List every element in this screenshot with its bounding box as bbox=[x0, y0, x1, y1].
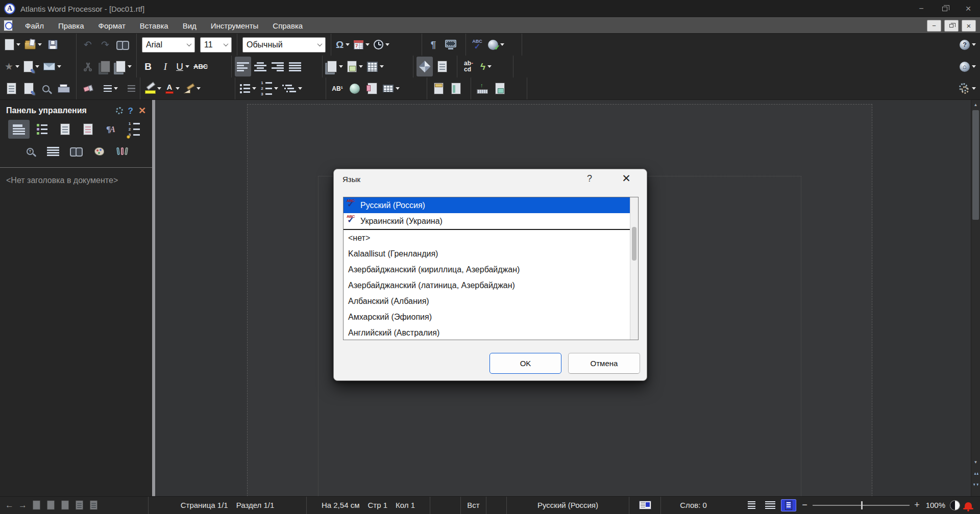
dropdown-arrow-icon[interactable] bbox=[157, 87, 161, 90]
zoom-thumb[interactable] bbox=[861, 501, 863, 509]
insert-time-button[interactable] bbox=[372, 35, 391, 55]
send-mail-button[interactable] bbox=[42, 57, 63, 76]
browse-next-icon[interactable] bbox=[971, 480, 980, 489]
spellcheck-button[interactable]: ABC✓ bbox=[469, 35, 485, 55]
restore-button[interactable] bbox=[933, 0, 957, 17]
copy-button[interactable] bbox=[97, 57, 113, 76]
zoom-in-icon[interactable] bbox=[914, 500, 921, 510]
doc-minimize-button[interactable] bbox=[927, 20, 941, 32]
structure-view-button[interactable]: 123 bbox=[123, 120, 144, 139]
paragraph-style-combo[interactable]: Обычный bbox=[242, 37, 326, 53]
list-scrollbar[interactable] bbox=[630, 197, 638, 340]
undo-button[interactable]: ↶ bbox=[80, 35, 96, 55]
paste-button[interactable] bbox=[114, 57, 133, 76]
chevron-down-icon[interactable] bbox=[224, 41, 229, 46]
sections-view-button[interactable] bbox=[77, 120, 99, 139]
nav-previous-heading-button[interactable] bbox=[46, 499, 56, 511]
underline-button[interactable]: U bbox=[175, 57, 191, 76]
language-list-item[interactable]: ABC✓Русский (Россия) bbox=[344, 197, 638, 213]
document-icon[interactable] bbox=[4, 20, 13, 31]
chevron-down-icon[interactable] bbox=[317, 41, 323, 46]
justify-button[interactable] bbox=[287, 57, 303, 76]
dropdown-arrow-icon[interactable] bbox=[57, 65, 61, 68]
dialog-close-button[interactable]: ✕ bbox=[619, 172, 633, 185]
language-cell[interactable]: Русский (Россия) bbox=[506, 497, 629, 514]
align-center-button[interactable] bbox=[252, 57, 268, 76]
minimize-button[interactable] bbox=[910, 0, 933, 17]
fonts-view-button[interactable]: ¶A bbox=[100, 120, 121, 139]
dropdown-arrow-icon[interactable] bbox=[396, 87, 400, 90]
page-numbering-button[interactable] bbox=[448, 79, 464, 98]
numbered-list-button[interactable]: 123 bbox=[259, 79, 280, 98]
bullet-list-button[interactable] bbox=[238, 79, 258, 98]
panel-settings-gear-icon[interactable] bbox=[116, 107, 123, 114]
font-color-button[interactable]: A bbox=[164, 79, 181, 98]
dropdown-arrow-icon[interactable] bbox=[339, 65, 343, 68]
dropdown-arrow-icon[interactable] bbox=[252, 87, 256, 90]
attachments-view-button[interactable] bbox=[111, 142, 133, 161]
insert-autotext-button[interactable] bbox=[365, 57, 385, 76]
dropdown-arrow-icon[interactable] bbox=[114, 87, 118, 90]
dropdown-arrow-icon[interactable] bbox=[359, 65, 363, 68]
italic-button[interactable]: I bbox=[157, 57, 174, 76]
search-view-button[interactable] bbox=[65, 142, 87, 161]
dropdown-arrow-icon[interactable] bbox=[365, 43, 370, 46]
document-map-button[interactable] bbox=[434, 57, 450, 76]
dialog-help-button[interactable]: ? bbox=[583, 173, 596, 184]
zoom-preview-button[interactable]: T bbox=[19, 142, 41, 161]
dropdown-arrow-icon[interactable] bbox=[380, 65, 384, 68]
open-document-button[interactable] bbox=[23, 35, 43, 55]
insert-mode-cell[interactable]: Вст bbox=[460, 497, 486, 514]
menu-tools[interactable]: Инструменты bbox=[204, 18, 266, 34]
menu-file[interactable]: Файл bbox=[18, 18, 51, 34]
options-gears-button[interactable] bbox=[957, 79, 977, 98]
close-button[interactable] bbox=[957, 0, 980, 17]
dropdown-arrow-icon[interactable] bbox=[197, 87, 201, 90]
paragraph-blocks-view-button[interactable] bbox=[42, 142, 64, 161]
panel-close-icon[interactable] bbox=[138, 106, 146, 115]
dark-mode-contrast-icon[interactable] bbox=[950, 501, 960, 510]
dropdown-arrow-icon[interactable] bbox=[972, 43, 976, 46]
nav-first-heading-button[interactable] bbox=[32, 499, 41, 511]
list-scrollbar-thumb[interactable] bbox=[632, 227, 636, 261]
menu-help[interactable]: Справка bbox=[265, 18, 310, 34]
menu-format[interactable]: Формат bbox=[91, 18, 133, 34]
dropdown-arrow-icon[interactable] bbox=[298, 87, 302, 90]
align-left-button[interactable] bbox=[235, 57, 251, 76]
thesaurus-button[interactable] bbox=[347, 79, 363, 98]
align-right-button[interactable] bbox=[270, 57, 286, 76]
highlight-button[interactable] bbox=[143, 79, 163, 98]
dropdown-arrow-icon[interactable] bbox=[128, 65, 132, 68]
browse-previous-icon[interactable] bbox=[971, 469, 980, 478]
view-draft-button[interactable] bbox=[744, 499, 760, 511]
strikethrough-button[interactable]: ABC bbox=[192, 57, 209, 76]
save-button[interactable] bbox=[44, 35, 61, 55]
bookmarks-button[interactable] bbox=[364, 79, 380, 98]
language-autodetect-button[interactable]: ✓ bbox=[486, 35, 506, 55]
scroll-up-icon[interactable] bbox=[971, 100, 980, 109]
colors-view-button[interactable] bbox=[88, 142, 110, 161]
dropdown-arrow-icon[interactable] bbox=[38, 43, 42, 46]
dropdown-arrow-icon[interactable] bbox=[972, 65, 976, 68]
cut-button[interactable] bbox=[80, 57, 96, 76]
nav-previous-button[interactable]: ← bbox=[5, 501, 14, 509]
formatting-marks-button[interactable]: ¶ bbox=[425, 35, 442, 55]
language-list-item[interactable]: ABC✓Украинский (Украина) bbox=[344, 213, 638, 230]
chevron-down-icon[interactable] bbox=[187, 41, 192, 46]
dropdown-arrow-icon[interactable] bbox=[185, 65, 189, 68]
spellcheck-cell[interactable] bbox=[629, 497, 660, 514]
zoom-slider[interactable] bbox=[801, 500, 921, 510]
scrollbar-thumb[interactable] bbox=[972, 110, 979, 220]
doc-restore-button[interactable] bbox=[944, 20, 959, 32]
nav-next-heading-button[interactable] bbox=[60, 499, 70, 511]
find-button[interactable] bbox=[114, 35, 131, 55]
web-home-button[interactable]: ⌂ bbox=[958, 57, 977, 76]
power-type-button[interactable]: ϟ bbox=[478, 57, 494, 76]
dropdown-arrow-icon[interactable] bbox=[35, 65, 39, 68]
language-list-item[interactable]: Азербайджанский (кириллица, Азербайджан) bbox=[344, 262, 638, 277]
ok-button[interactable]: OK bbox=[489, 353, 561, 374]
print-button[interactable] bbox=[55, 79, 71, 98]
zoom-percentage[interactable]: 100% bbox=[926, 501, 945, 509]
favorites-button[interactable]: ★ bbox=[3, 57, 21, 76]
dropdown-arrow-icon[interactable] bbox=[15, 65, 19, 68]
